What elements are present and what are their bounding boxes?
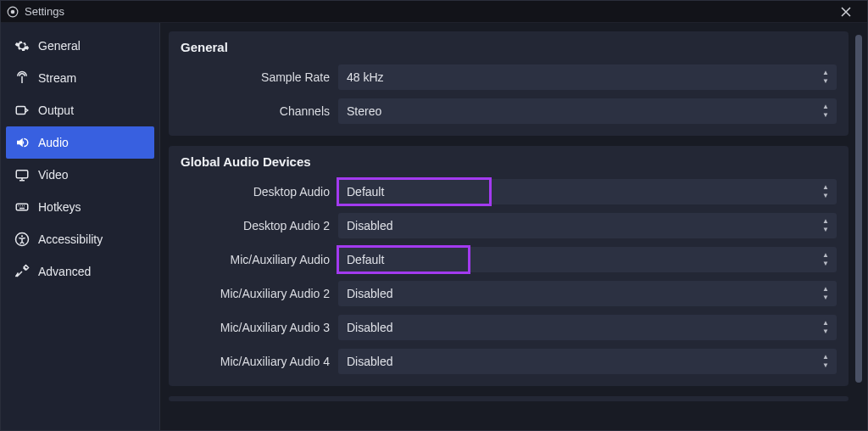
select-channels[interactable]: Stereo ▲▼ xyxy=(338,98,837,124)
select-mic-aux[interactable]: Default ▲▼ xyxy=(338,247,837,272)
sidebar-item-advanced[interactable]: Advanced xyxy=(6,255,154,288)
spinner-icon: ▲▼ xyxy=(818,283,833,305)
row-sample-rate: Sample Rate 48 kHz ▲▼ xyxy=(181,64,837,90)
row-label: Desktop Audio 2 xyxy=(181,219,330,232)
select-desktop-audio[interactable]: Default ▲▼ xyxy=(338,179,837,204)
sidebar-item-label: Output xyxy=(38,104,74,117)
window-title: Settings xyxy=(25,5,64,18)
tools-icon xyxy=(14,264,30,279)
spinner-icon: ▲▼ xyxy=(818,215,833,237)
panel-general: General Sample Rate 48 kHz ▲▼ Channels S… xyxy=(169,31,849,136)
row-label: Mic/Auxiliary Audio 2 xyxy=(181,287,330,300)
sidebar-item-label: Accessibility xyxy=(38,232,103,246)
sidebar-item-output[interactable]: Output xyxy=(6,94,154,126)
obs-logo-icon xyxy=(6,5,19,19)
output-icon xyxy=(14,103,30,118)
sidebar-item-audio[interactable]: Audio xyxy=(6,126,154,159)
panel-title: Global Audio Devices xyxy=(181,154,837,169)
svg-rect-3 xyxy=(16,171,28,178)
sidebar-item-label: General xyxy=(38,39,81,53)
content-area: General Sample Rate 48 kHz ▲▼ Channels S… xyxy=(160,23,867,430)
panel-title: General xyxy=(181,40,837,54)
monitor-icon xyxy=(14,167,30,182)
select-sample-rate[interactable]: 48 kHz ▲▼ xyxy=(338,64,837,90)
svg-point-1 xyxy=(11,9,15,14)
spinner-icon: ▲▼ xyxy=(818,181,833,203)
svg-point-6 xyxy=(21,235,23,237)
sidebar: General Stream Output Audio xyxy=(1,23,160,430)
select-mic-aux-2[interactable]: Disabled ▲▼ xyxy=(338,281,837,306)
row-channels: Channels Stereo ▲▼ xyxy=(181,98,837,124)
speaker-icon xyxy=(14,135,30,150)
sidebar-item-label: Advanced xyxy=(38,265,91,278)
row-mic-aux-4: Mic/Auxiliary Audio 4 Disabled ▲▼ xyxy=(181,349,837,374)
select-value: Disabled xyxy=(347,321,392,334)
sidebar-item-label: Video xyxy=(38,168,69,182)
svg-rect-4 xyxy=(16,204,28,210)
sidebar-item-accessibility[interactable]: Accessibility xyxy=(6,223,154,255)
accessibility-icon xyxy=(14,232,30,247)
row-label: Desktop Audio xyxy=(181,185,330,199)
select-value: Disabled xyxy=(347,287,392,300)
row-label: Channels xyxy=(181,104,330,118)
scrollbar[interactable] xyxy=(855,31,862,423)
select-value: Default xyxy=(347,253,384,266)
panel-next xyxy=(169,396,849,401)
select-value: 48 kHz xyxy=(347,70,384,84)
sidebar-item-label: Hotkeys xyxy=(38,200,81,214)
select-mic-aux-3[interactable]: Disabled ▲▼ xyxy=(338,315,837,340)
row-mic-aux-2: Mic/Auxiliary Audio 2 Disabled ▲▼ xyxy=(181,281,837,306)
row-label: Mic/Auxiliary Audio 4 xyxy=(181,355,330,368)
settings-window: Settings General Stream xyxy=(0,0,868,431)
row-label: Mic/Auxiliary Audio 3 xyxy=(181,321,330,334)
select-value: Disabled xyxy=(347,219,392,232)
spinner-icon: ▲▼ xyxy=(818,100,833,122)
sidebar-item-hotkeys[interactable]: Hotkeys xyxy=(6,191,154,223)
panel-global-audio-devices: Global Audio Devices Desktop Audio Defau… xyxy=(169,146,849,386)
select-value: Stereo xyxy=(347,104,381,118)
row-label: Sample Rate xyxy=(181,70,330,84)
gear-icon xyxy=(14,38,30,53)
row-label: Mic/Auxiliary Audio xyxy=(181,253,330,266)
sidebar-item-label: Audio xyxy=(38,136,69,149)
spinner-icon: ▲▼ xyxy=(818,249,833,271)
titlebar: Settings xyxy=(1,1,867,23)
svg-rect-2 xyxy=(16,107,25,115)
antenna-icon xyxy=(14,70,30,86)
sidebar-item-general[interactable]: General xyxy=(6,30,154,62)
sidebar-item-stream[interactable]: Stream xyxy=(6,62,154,94)
sidebar-item-label: Stream xyxy=(38,71,76,85)
spinner-icon: ▲▼ xyxy=(818,350,833,372)
keyboard-icon xyxy=(14,199,30,215)
select-mic-aux-4[interactable]: Disabled ▲▼ xyxy=(338,349,837,374)
sidebar-item-video[interactable]: Video xyxy=(6,159,154,191)
content-scroll: General Sample Rate 48 kHz ▲▼ Channels S… xyxy=(169,31,849,423)
select-desktop-audio-2[interactable]: Disabled ▲▼ xyxy=(338,213,837,238)
scroll-thumb[interactable] xyxy=(855,35,862,383)
spinner-icon: ▲▼ xyxy=(818,66,833,88)
select-value: Disabled xyxy=(347,355,392,368)
select-value: Default xyxy=(347,185,384,199)
close-button[interactable] xyxy=(830,1,862,23)
row-desktop-audio-2: Desktop Audio 2 Disabled ▲▼ xyxy=(181,213,837,238)
row-mic-aux: Mic/Auxiliary Audio Default ▲▼ xyxy=(181,247,837,272)
spinner-icon: ▲▼ xyxy=(818,316,833,339)
window-body: General Stream Output Audio xyxy=(1,23,867,430)
row-desktop-audio: Desktop Audio Default ▲▼ xyxy=(181,179,837,204)
row-mic-aux-3: Mic/Auxiliary Audio 3 Disabled ▲▼ xyxy=(181,315,837,340)
